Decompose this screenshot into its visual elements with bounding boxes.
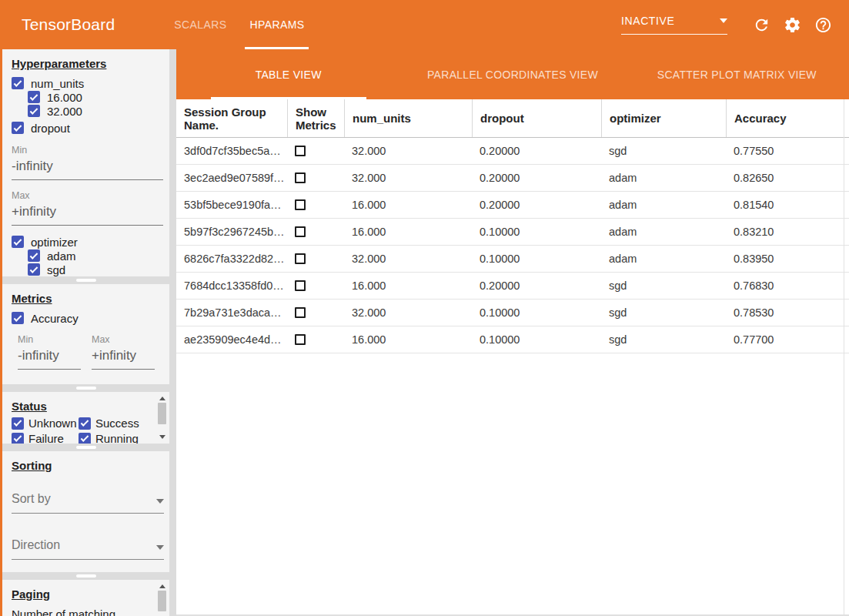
panel-resize-handle[interactable] — [76, 279, 96, 282]
scrollbar-thumb[interactable] — [158, 403, 166, 424]
show-metrics-checkbox[interactable] — [295, 280, 306, 291]
check-icon — [30, 265, 38, 273]
accuracy-value: 0.83950 — [726, 246, 849, 272]
show-metrics-checkbox[interactable] — [295, 226, 306, 237]
panel-resize-handle[interactable] — [76, 574, 96, 578]
optimizer-sgd-checkbox[interactable] — [28, 263, 40, 276]
hparam-min-input[interactable] — [12, 156, 163, 180]
panel-resize-handle[interactable] — [76, 446, 96, 449]
direction-select[interactable]: Direction — [12, 538, 164, 560]
gear-icon[interactable] — [784, 16, 801, 34]
status-running-row: Running — [79, 431, 159, 444]
scroll-up-icon[interactable] — [159, 584, 165, 588]
sort-by-select[interactable]: Sort by — [12, 492, 164, 514]
tab-scalars[interactable]: SCALARS — [162, 0, 238, 49]
paging-scrollbar[interactable] — [157, 584, 167, 611]
num-units-16-checkbox[interactable] — [28, 91, 40, 103]
status-unknown-checkbox[interactable] — [12, 417, 24, 430]
show-metrics-checkbox[interactable] — [295, 334, 306, 345]
table-row[interactable]: 7b29a731e3daca… 32.000 0.10000 sgd 0.785… — [176, 300, 849, 326]
session-group-name: 7b29a731e3daca… — [176, 300, 287, 326]
accuracy-checkbox[interactable] — [12, 312, 24, 324]
table-row[interactable]: 7684dcc13358fd0… 16.000 0.20000 sgd 0.76… — [176, 273, 849, 300]
help-circle-icon[interactable] — [814, 16, 832, 34]
optimizer-value: sgd — [601, 300, 726, 326]
table-row[interactable]: 53bf5bece9190fa… 16.000 0.20000 adam 0.8… — [176, 192, 849, 219]
status-failure-label: Failure — [28, 432, 64, 444]
table-scrollbar[interactable] — [844, 99, 844, 614]
refresh-icon[interactable] — [753, 16, 770, 34]
num-units-label: num_units — [31, 77, 84, 90]
dropout-value: 0.20000 — [472, 273, 601, 299]
metrics-heading: Metrics — [12, 292, 169, 305]
show-metrics-checkbox[interactable] — [295, 146, 306, 156]
dropout-checkbox[interactable] — [12, 122, 24, 134]
col-optimizer: optimizer — [601, 99, 726, 137]
dashboard-tabs: SCALARS HPARAMS — [162, 0, 316, 49]
max-label: Max — [92, 334, 155, 345]
table-row[interactable]: 6826c7fa3322d82… 32.000 0.10000 adam 0.8… — [176, 246, 849, 273]
panel-resize-handle[interactable] — [76, 387, 96, 390]
show-metrics-checkbox[interactable] — [295, 307, 306, 318]
check-icon — [14, 313, 22, 322]
num-units-value: 16.000 — [344, 326, 472, 353]
status-success-label: Success — [95, 417, 139, 430]
metric-min-input[interactable] — [18, 345, 81, 370]
optimizer-value: sgd — [601, 326, 726, 353]
metric-max-input[interactable] — [92, 345, 155, 370]
tab-table-view[interactable]: TABLE VIEW — [176, 49, 400, 99]
view-tabs: TABLE VIEW PARALLEL COORDINATES VIEW SCA… — [176, 49, 849, 99]
num-units-32-checkbox[interactable] — [28, 105, 40, 117]
show-metrics-checkbox[interactable] — [295, 172, 306, 183]
num-units-value: 32.000 — [344, 138, 472, 164]
scroll-down-icon[interactable] — [159, 435, 165, 439]
metric-max-field: Max — [92, 334, 155, 370]
tab-hparams[interactable]: HPARAMS — [238, 0, 316, 49]
dropout-label: dropout — [31, 122, 70, 135]
table-row[interactable]: 3ec2aed9e07589f… 32.000 0.20000 adam 0.8… — [176, 165, 849, 192]
scroll-up-icon[interactable] — [159, 397, 165, 400]
show-metrics-checkbox[interactable] — [295, 253, 306, 264]
optimizer-value: adam — [601, 219, 726, 245]
max-label: Max — [12, 190, 163, 201]
hparam-max-input[interactable] — [12, 201, 163, 226]
table-row[interactable]: ae235909ec4e4d… 16.000 0.10000 sgd 0.777… — [176, 326, 849, 353]
check-icon — [14, 418, 22, 427]
num-units-checkbox[interactable] — [12, 77, 24, 89]
num-units-value: 16.000 — [344, 192, 472, 218]
col-show-metrics: Show Metrics — [287, 99, 344, 137]
tab-parallel-coordinates-view[interactable]: PARALLEL COORDINATES VIEW — [400, 49, 624, 99]
sidebar: Hyperparameters num_units 16.000 32.000 … — [0, 49, 176, 616]
hyperparameters-panel: Hyperparameters num_units 16.000 32.000 … — [2, 49, 169, 276]
num-units-value: 32.000 — [344, 165, 472, 191]
hparam-min-field: Min — [12, 145, 163, 180]
table-row[interactable]: 3df0d7cf35bec5a… 32.000 0.20000 sgd 0.77… — [176, 138, 849, 165]
tab-scatter-plot-matrix-view[interactable]: SCATTER PLOT MATRIX VIEW — [625, 49, 849, 99]
table-row[interactable]: 5b97f3c2967245b… 16.000 0.10000 adam 0.8… — [176, 219, 849, 246]
check-icon — [14, 79, 22, 87]
run-status-dropdown[interactable]: INACTIVE — [621, 15, 727, 35]
caret-down-icon — [156, 545, 164, 550]
status-scrollbar[interactable] — [157, 397, 167, 439]
optimizer-checkbox[interactable] — [12, 236, 24, 248]
hparam-optimizer-row: optimizer — [12, 235, 169, 249]
show-metrics-checkbox[interactable] — [295, 199, 306, 210]
session-group-name: 7684dcc13358fd0… — [176, 273, 287, 299]
main-content: TABLE VIEW PARALLEL COORDINATES VIEW SCA… — [176, 49, 849, 616]
col-accuracy: Accuracy — [726, 99, 849, 137]
session-group-name: 3ec2aed9e07589f… — [176, 165, 287, 191]
status-running-label: Running — [95, 432, 139, 444]
status-panel: Status Unknown Success Failure Running — [2, 392, 169, 444]
status-success-checkbox[interactable] — [79, 417, 91, 430]
status-failure-checkbox[interactable] — [12, 433, 24, 444]
check-icon — [14, 123, 22, 132]
num-units-value: 16.000 — [344, 273, 472, 299]
scrollbar-thumb[interactable] — [158, 591, 166, 611]
optimizer-adam-label: adam — [47, 249, 76, 263]
sorting-heading: Sorting — [12, 459, 169, 472]
status-running-checkbox[interactable] — [79, 433, 91, 444]
num-units-value: 16.000 — [344, 219, 472, 245]
optimizer-adam-checkbox[interactable] — [28, 249, 40, 262]
num-units-value: 32.000 — [344, 300, 472, 326]
paging-panel: Paging Number of matching session groups… — [2, 580, 169, 616]
